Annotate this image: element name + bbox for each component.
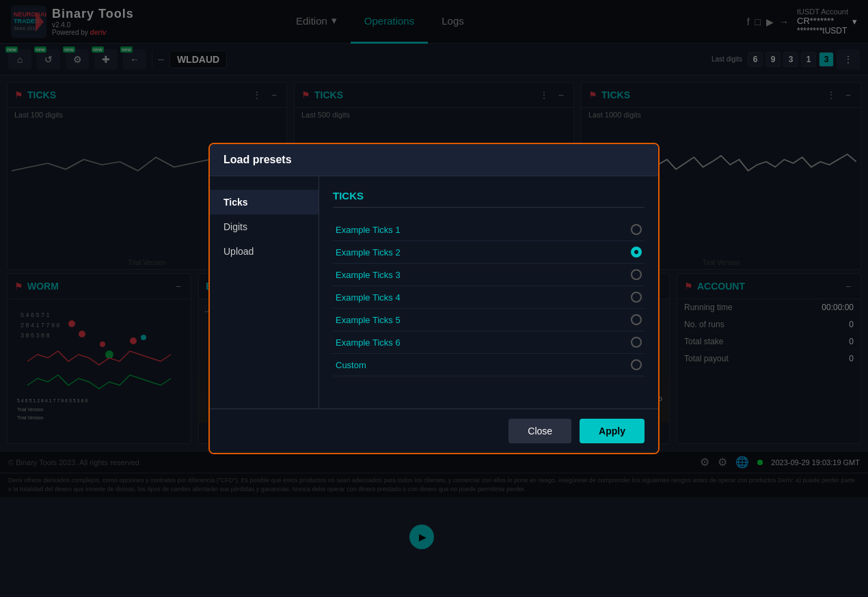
modal-footer: Close Apply [210,408,658,453]
sidebar-item-digits[interactable]: Digits [210,214,318,239]
modal-sidebar: Ticks Digits Upload [210,176,319,408]
modal-main: TICKS Example Ticks 1 Example Ticks 2 Ex… [319,176,658,408]
preset-row-3: Example Ticks 3 [333,264,645,286]
preset-radio-2[interactable] [631,247,642,258]
apply-button[interactable]: Apply [580,419,645,443]
preset-row-1: Example Ticks 1 [333,219,645,241]
preset-radio-3[interactable] [631,269,642,280]
sidebar-item-ticks[interactable]: Ticks [210,190,318,214]
preset-label-custom: Custom [336,360,366,370]
modal-header: Load presets [210,144,658,176]
preset-label-4: Example Ticks 4 [336,292,401,303]
preset-row-6: Example Ticks 6 [333,331,645,354]
sidebar-item-upload[interactable]: Upload [210,239,318,264]
preset-radio-6[interactable] [631,337,642,348]
preset-label-6: Example Ticks 6 [336,337,401,348]
preset-label-5: Example Ticks 5 [336,315,401,325]
modal-section-title: TICKS [333,190,645,208]
modal-title: Load presets [223,154,292,165]
preset-radio-1[interactable] [631,224,642,235]
preset-row-custom: Custom [333,354,645,376]
preset-radio-4[interactable] [631,292,642,303]
preset-row-4: Example Ticks 4 [333,286,645,309]
modal-overlay: Load presets Ticks Digits Upload TICKS E… [0,0,868,597]
preset-label-1: Example Ticks 1 [336,225,401,235]
modal-body: Ticks Digits Upload TICKS Example Ticks … [210,176,658,408]
preset-row-2: Example Ticks 2 [333,241,645,264]
preset-radio-5[interactable] [631,314,642,325]
load-presets-modal: Load presets Ticks Digits Upload TICKS E… [208,143,660,454]
preset-label-2: Example Ticks 2 [336,247,401,258]
preset-radio-custom[interactable] [631,359,642,370]
close-button[interactable]: Close [508,419,571,443]
preset-label-3: Example Ticks 3 [336,270,401,280]
preset-row-5: Example Ticks 5 [333,309,645,331]
